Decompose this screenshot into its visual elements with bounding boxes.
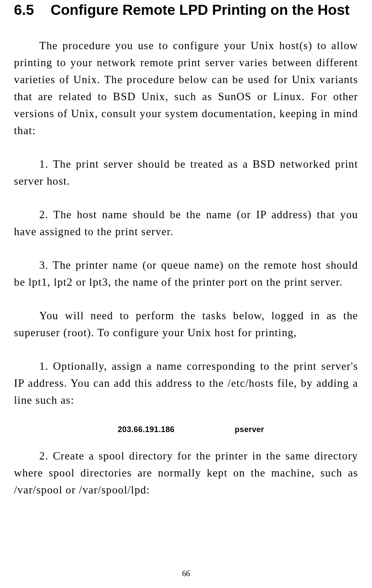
step-2: 2. Create a spool directory for the prin… [14,447,358,498]
note-item-1: 1. The print server should be treated as… [14,155,358,189]
example-ip: 203.66.191.186 [118,425,174,434]
example-hostname: pserver [235,425,264,434]
section-heading: 6.5 Configure Remote LPD Printing on the… [14,0,358,20]
intro-paragraph: The procedure you use to configure your … [14,37,358,139]
hosts-file-example: 203.66.191.186pserver [14,425,358,434]
page-number: 66 [0,569,372,578]
section-title: Configure Remote LPD Printing on the Hos… [51,1,358,20]
note-item-2: 2. The host name should be the name (or … [14,206,358,240]
note-item-3: 3. The printer name (or queue name) on t… [14,257,358,291]
step-1: 1. Optionally, assign a name correspondi… [14,358,358,409]
section-number: 6.5 [14,1,34,20]
tasks-intro-paragraph: You will need to perform the tasks below… [14,307,358,341]
